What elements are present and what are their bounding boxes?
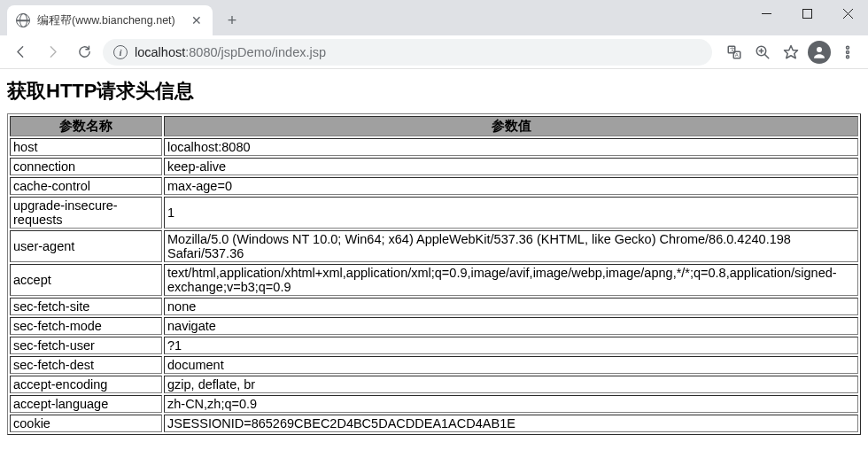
header-name-cell: cache-control — [10, 177, 162, 195]
forward-button[interactable] — [39, 39, 66, 66]
header-name-cell: cookie — [10, 415, 162, 432]
header-name-cell: sec-fetch-dest — [10, 356, 162, 374]
browser-tab[interactable]: 编程帮(www.biancheng.net) ✕ — [7, 5, 213, 35]
close-window-button[interactable] — [827, 0, 868, 27]
zoom-icon[interactable] — [749, 39, 776, 66]
svg-point-16 — [847, 55, 849, 58]
table-row: sec-fetch-destdocument — [10, 356, 858, 374]
header-name-cell: sec-fetch-mode — [10, 317, 162, 335]
table-row: hostlocalhost:8080 — [10, 138, 858, 156]
column-header-value: 参数值 — [164, 116, 858, 136]
url-host: localhost — [135, 45, 185, 59]
svg-text:文: 文 — [730, 46, 735, 52]
svg-line-9 — [764, 54, 769, 58]
table-row: accept-languagezh-CN,zh;q=0.9 — [10, 395, 858, 413]
header-name-cell: user-agent — [10, 230, 162, 262]
close-tab-button[interactable]: ✕ — [190, 13, 204, 27]
svg-point-13 — [817, 47, 822, 52]
header-name-cell: accept-language — [10, 395, 162, 413]
url-path: /jspDemo/index.jsp — [218, 45, 327, 59]
header-value-cell: none — [164, 298, 858, 315]
header-name-cell: accept — [10, 264, 162, 296]
table-row: sec-fetch-modenavigate — [10, 317, 858, 335]
svg-marker-12 — [785, 45, 798, 58]
header-value-cell: max-age=0 — [164, 177, 858, 195]
table-row: cookieJSESSIONID=865269CBEC2D4BC5DACDDEA… — [10, 415, 858, 432]
header-value-cell: text/html,application/xhtml+xml,applicat… — [164, 264, 858, 296]
window-controls — [746, 0, 868, 27]
header-value-cell: keep-alive — [164, 158, 858, 175]
table-row: accept-encodinggzip, deflate, br — [10, 376, 858, 393]
header-value-cell: document — [164, 356, 858, 374]
header-value-cell: zh-CN,zh;q=0.9 — [164, 395, 858, 413]
toolbar-right: 文A — [721, 39, 861, 66]
menu-button[interactable] — [834, 39, 861, 66]
headers-table: 参数名称 参数值 hostlocalhost:8080connectionkee… — [7, 113, 861, 435]
table-row: user-agentMozilla/5.0 (Windows NT 10.0; … — [10, 230, 858, 262]
new-tab-button[interactable]: + — [220, 8, 244, 33]
page-title: 获取HTTP请求头信息 — [7, 78, 861, 105]
url-port: :8080 — [185, 45, 217, 59]
header-value-cell: navigate — [164, 317, 858, 335]
tab-title: 编程帮(www.biancheng.net) — [37, 13, 175, 28]
header-name-cell: accept-encoding — [10, 376, 162, 393]
table-row: connectionkeep-alive — [10, 158, 858, 175]
svg-rect-1 — [802, 9, 811, 18]
header-value-cell: ?1 — [164, 337, 858, 354]
reload-button[interactable] — [71, 39, 97, 66]
window-titlebar: 编程帮(www.biancheng.net) ✕ + — [0, 0, 868, 35]
table-row: cache-controlmax-age=0 — [10, 177, 858, 195]
profile-button[interactable] — [806, 39, 833, 66]
header-name-cell: sec-fetch-site — [10, 298, 162, 315]
header-value-cell: Mozilla/5.0 (Windows NT 10.0; Win64; x64… — [164, 230, 858, 262]
header-value-cell: localhost:8080 — [164, 138, 858, 156]
address-bar[interactable]: i localhost:8080/jspDemo/index.jsp — [103, 39, 712, 66]
header-value-cell: gzip, deflate, br — [164, 376, 858, 393]
table-header-row: 参数名称 参数值 — [10, 116, 858, 136]
header-value-cell: JSESSIONID=865269CBEC2D4BC5DACDDEA1ACD4A… — [164, 415, 858, 432]
svg-point-14 — [847, 46, 849, 49]
table-row: sec-fetch-sitenone — [10, 298, 858, 315]
avatar — [808, 41, 831, 64]
translate-icon[interactable]: 文A — [721, 39, 748, 66]
minimize-button[interactable] — [746, 0, 787, 27]
bookmark-icon[interactable] — [778, 39, 804, 66]
back-button[interactable] — [7, 39, 34, 66]
page-content: 获取HTTP请求头信息 参数名称 参数值 hostlocalhost:8080c… — [0, 69, 868, 442]
url-display: localhost:8080/jspDemo/index.jsp — [135, 45, 326, 59]
svg-text:A: A — [735, 52, 739, 58]
site-info-icon[interactable]: i — [113, 45, 128, 59]
maximize-button[interactable] — [787, 0, 827, 27]
column-header-name: 参数名称 — [10, 116, 162, 136]
header-name-cell: upgrade-insecure-requests — [10, 197, 162, 229]
browser-toolbar: i localhost:8080/jspDemo/index.jsp 文A — [0, 35, 868, 69]
header-name-cell: sec-fetch-user — [10, 337, 162, 354]
table-row: sec-fetch-user?1 — [10, 337, 858, 354]
table-row: accepttext/html,application/xhtml+xml,ap… — [10, 264, 858, 296]
svg-point-15 — [847, 50, 849, 53]
header-name-cell: connection — [10, 158, 162, 175]
header-name-cell: host — [10, 138, 162, 156]
table-row: upgrade-insecure-requests1 — [10, 197, 858, 229]
globe-icon — [16, 13, 30, 27]
header-value-cell: 1 — [164, 197, 858, 229]
